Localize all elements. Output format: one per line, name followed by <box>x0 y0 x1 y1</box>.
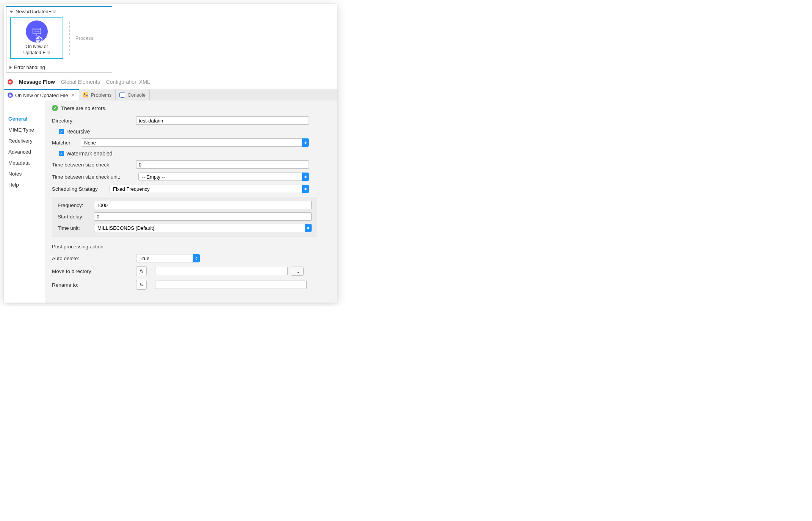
startdelay-label: Start delay: <box>58 214 94 220</box>
rename-label: Rename to: <box>52 282 136 288</box>
svg-point-5 <box>86 95 88 96</box>
directory-label: Directory: <box>52 118 136 124</box>
browse-button[interactable]: ... <box>291 267 304 276</box>
collapse-icon[interactable] <box>9 11 13 13</box>
close-icon[interactable]: ✕ <box>71 93 75 98</box>
editor-tabs: ✕ Message Flow Global Elements Configura… <box>6 76 335 89</box>
expand-icon[interactable] <box>9 66 12 69</box>
tab-configuration-xml[interactable]: Configuration XML <box>106 79 150 85</box>
sidebar-item-help[interactable]: Help <box>4 179 45 190</box>
sched-select[interactable]: Fixed Frequency <box>110 185 309 193</box>
node-label: On New orUpdated File <box>16 44 58 56</box>
arrow-right-icon <box>36 36 42 43</box>
post-processing-title: Post processing action <box>52 244 331 250</box>
sidebar-item-mime-type[interactable]: MIME Type <box>4 124 45 135</box>
tab-problems[interactable]: Problems <box>79 89 116 100</box>
ok-icon: ✓ <box>52 105 58 111</box>
tab-message-flow[interactable]: Message Flow <box>19 79 55 85</box>
process-placeholder[interactable]: Process <box>75 35 93 41</box>
problems-icon <box>83 92 88 97</box>
timeunit-select[interactable]: MILLISECONDS (Default) <box>94 224 312 232</box>
error-handling-row[interactable]: Error handling <box>6 62 112 72</box>
movedir-input[interactable] <box>155 267 288 275</box>
frequency-input[interactable] <box>94 201 312 209</box>
tbsc-label: Time between size check: <box>52 162 136 168</box>
autodel-label: Auto delete: <box>52 256 136 261</box>
side-nav: General MIME Type Redelivery Advanced Me… <box>4 100 45 303</box>
svg-text:SFTP: SFTP <box>34 30 39 33</box>
watermark-checkbox[interactable]: ✓ <box>59 151 64 156</box>
sidebar-item-metadata[interactable]: Metadata <box>4 157 45 168</box>
rename-input[interactable] <box>155 281 307 289</box>
movedir-label: Move to directory: <box>52 268 136 274</box>
tab-global-elements[interactable]: Global Elements <box>61 79 100 85</box>
recursive-label: Recursive <box>66 129 90 135</box>
frequency-label: Frequency: <box>58 202 94 208</box>
svg-point-4 <box>84 93 85 95</box>
flow-header[interactable]: NeworUpdatedFile <box>6 7 112 16</box>
tab-on-new-or-updated-file[interactable]: ◉ On New or Updated File ✕ <box>4 89 79 100</box>
panel-tabs: ◉ On New or Updated File ✕ Problems Cons… <box>4 89 337 100</box>
matcher-select[interactable]: None <box>81 138 309 147</box>
flow-canvas: NeworUpdatedFile SFTP On New orUpdated F… <box>6 6 112 73</box>
scheduling-subpanel: Frequency: Start delay: Time unit: MILLI… <box>52 197 317 237</box>
console-icon <box>119 93 125 97</box>
sidebar-item-redelivery[interactable]: Redelivery <box>4 135 45 146</box>
divider <box>69 22 70 55</box>
fx-button[interactable]: fx <box>136 266 147 276</box>
sidebar-item-general[interactable]: General <box>4 113 45 124</box>
watermark-label: Watermark enabled <box>66 151 113 157</box>
sched-label: Scheduling Strategy <box>52 186 110 192</box>
tbscu-select[interactable]: -- Empty -- <box>138 173 309 181</box>
sidebar-item-notes[interactable]: Notes <box>4 168 45 179</box>
recursive-checkbox[interactable]: ✓ <box>59 129 64 134</box>
startdelay-input[interactable] <box>94 212 312 221</box>
sidebar-item-advanced[interactable]: Advanced <box>4 146 45 157</box>
component-icon: ◉ <box>8 93 13 98</box>
directory-input[interactable] <box>136 116 309 125</box>
error-icon: ✕ <box>8 79 13 85</box>
flow-name: NeworUpdatedFile <box>16 9 56 14</box>
status-text: There are no errors. <box>61 105 107 111</box>
flow-node-on-new-or-updated-file[interactable]: SFTP On New orUpdated File <box>10 17 63 59</box>
tbsc-input[interactable] <box>136 160 309 169</box>
sftp-icon: SFTP <box>26 20 48 42</box>
timeunit-label: Time unit: <box>58 225 94 231</box>
matcher-label: Matcher <box>52 140 81 146</box>
autodel-select[interactable]: True <box>136 254 200 262</box>
tab-console[interactable]: Console <box>116 89 150 100</box>
tbscu-label: Time between size check unit: <box>52 174 138 180</box>
fx-button[interactable]: fx <box>136 280 147 290</box>
form-area: ✓ There are no errors. Directory: ✓ Recu… <box>45 100 337 303</box>
